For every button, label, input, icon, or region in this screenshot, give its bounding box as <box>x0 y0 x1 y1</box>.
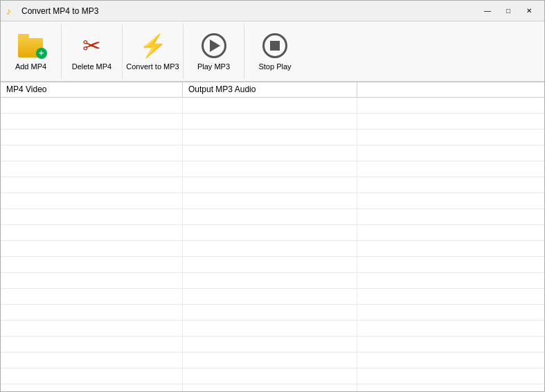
table-row <box>1 321 544 337</box>
minimize-button[interactable]: — <box>478 4 497 18</box>
table-row <box>1 114 544 130</box>
table-row <box>1 209 544 225</box>
table-row <box>1 305 544 321</box>
convert-to-mp3-label: Convert to MP3 <box>126 62 179 71</box>
content-area: MP4 Video Output MP3 Audio <box>1 82 544 391</box>
table-row <box>1 384 544 391</box>
table-row <box>1 368 544 384</box>
col-mp4-video-header: MP4 Video <box>1 82 183 97</box>
main-window: ♪ Convert MP4 to MP3 — □ ✕ + Add MP4 ✂ <box>0 0 545 392</box>
col-mp3-audio-header: Output MP3 Audio <box>183 82 357 97</box>
table-header: MP4 Video Output MP3 Audio <box>1 82 544 98</box>
convert-to-mp3-button[interactable]: ⚡ Convert to MP3 <box>123 24 184 79</box>
window-controls: — □ ✕ <box>478 4 539 18</box>
table-row <box>1 177 544 193</box>
delete-mp4-label: Delete MP4 <box>72 62 111 71</box>
table-row <box>1 353 544 368</box>
table-row <box>1 289 544 305</box>
table-row <box>1 145 544 161</box>
play-mp3-button[interactable]: Play MP3 <box>184 24 244 79</box>
delete-mp4-icon: ✂ <box>78 32 106 60</box>
play-mp3-label: Play MP3 <box>197 62 230 71</box>
table-row <box>1 257 544 273</box>
app-icon: ♪ <box>6 6 17 17</box>
table-row <box>1 98 544 114</box>
table-row <box>1 130 544 145</box>
table-rows <box>1 98 544 391</box>
stop-play-label: Stop Play <box>258 62 291 71</box>
table-row <box>1 273 544 289</box>
convert-icon: ⚡ <box>139 32 167 60</box>
table-row <box>1 241 544 257</box>
play-icon <box>200 32 228 60</box>
add-mp4-icon: + <box>17 32 45 60</box>
title-bar: ♪ Convert MP4 to MP3 — □ ✕ <box>1 1 544 21</box>
col-extra-header <box>357 82 544 97</box>
maximize-button[interactable]: □ <box>499 4 518 18</box>
add-mp4-label: Add MP4 <box>15 62 46 71</box>
add-mp4-button[interactable]: + Add MP4 <box>1 24 62 79</box>
toolbar: + Add MP4 ✂ Delete MP4 ⚡ Convert to MP3 <box>1 21 544 82</box>
table-row <box>1 225 544 241</box>
table-row <box>1 193 544 209</box>
table-row <box>1 337 544 353</box>
stop-play-button[interactable]: Stop Play <box>244 24 305 79</box>
stop-icon <box>261 32 289 60</box>
table-row <box>1 161 544 177</box>
delete-mp4-button[interactable]: ✂ Delete MP4 <box>62 24 123 79</box>
window-title: Convert MP4 to MP3 <box>21 6 478 16</box>
close-button[interactable]: ✕ <box>519 4 539 18</box>
